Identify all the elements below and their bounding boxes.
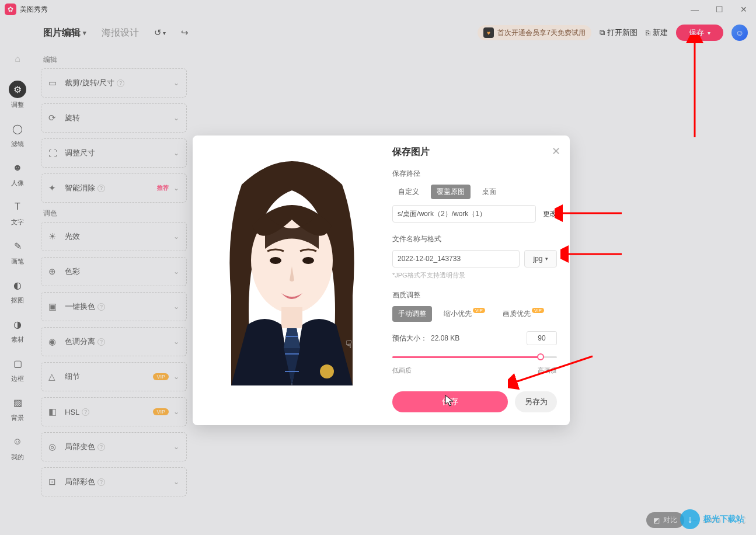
open-new-image-button[interactable]: ⧉打开新图: [600, 27, 637, 38]
rail-background[interactable]: ▨背景: [9, 394, 26, 422]
user-icon: ☺: [9, 433, 26, 450]
compare-button[interactable]: ◩对比: [646, 512, 684, 528]
localcolor-icon: ⊡: [48, 477, 59, 487]
user-avatar[interactable]: ☺: [731, 25, 748, 41]
quality-tab-hq[interactable]: 画质优先VIP: [497, 306, 550, 322]
rail-label: 边框: [11, 374, 24, 383]
rail-label: 画笔: [11, 257, 24, 266]
svg-point-3: [302, 257, 314, 264]
row-rotate[interactable]: ⟳旋转⌄: [41, 103, 187, 133]
tab-poster-design[interactable]: 海报设计: [102, 27, 139, 39]
new-badge: 推荐: [157, 184, 169, 192]
high-quality-label: 高画质: [538, 366, 557, 375]
rail-adjust[interactable]: ⚙调整: [9, 81, 26, 109]
magic-icon: ✦: [48, 183, 59, 193]
portrait-icon: ☻: [9, 159, 26, 176]
row-crop[interactable]: ▭裁剪/旋转/尺寸?⌄: [41, 68, 187, 98]
new-file-button[interactable]: ⎘新建: [646, 27, 668, 38]
rail-frame[interactable]: ▢边框: [9, 355, 26, 383]
rail-label: 调整: [11, 100, 24, 109]
chevron-down-icon: ⌄: [173, 79, 179, 87]
compare-icon: ◩: [653, 516, 660, 524]
splittone-icon: ◉: [48, 336, 59, 347]
row-splittone[interactable]: ◉色调分离?⌄: [41, 327, 187, 356]
minimize-button[interactable]: —: [682, 0, 707, 19]
rail-label: 素材: [11, 335, 24, 344]
rail-mine[interactable]: ☺我的: [9, 433, 26, 461]
rail-label: 抠图: [11, 296, 24, 305]
svg-point-2: [270, 257, 281, 264]
row-resize[interactable]: ⛶调整尺寸⌄: [41, 138, 187, 168]
adjust-icon: ⚙: [9, 81, 26, 98]
modal-close-button[interactable]: ✕: [552, 145, 560, 158]
save-path-label: 保存路径: [392, 169, 557, 179]
row-local-color[interactable]: ⊡局部彩色?⌄: [41, 467, 187, 496]
format-hint: *JPG格式不支持透明背景: [392, 271, 557, 280]
text-icon: T: [9, 198, 26, 216]
chevron-down-icon: ▾: [708, 30, 710, 36]
maximize-button[interactable]: ☐: [707, 0, 731, 19]
background-icon: ▨: [9, 394, 26, 411]
quality-value-input[interactable]: [527, 331, 557, 345]
save-button[interactable]: 保存▾: [676, 25, 723, 41]
save-path-input[interactable]: s/桌面/work（2）/work（1）: [392, 205, 536, 223]
close-button[interactable]: ✕: [731, 0, 756, 19]
row-smart-remove[interactable]: ✦智能消除?推荐⌄: [41, 173, 187, 203]
chevron-down-icon: ▾: [83, 29, 86, 37]
rail-brush[interactable]: ✎画笔: [9, 237, 26, 266]
watermark: ↓ 极光下载站: [680, 509, 744, 529]
path-tab-custom[interactable]: 自定义: [392, 185, 425, 199]
rail-material[interactable]: ◑素材: [9, 315, 26, 344]
modal-saveas-button[interactable]: 另存为: [515, 391, 557, 412]
row-color[interactable]: ⊕色彩⌄: [41, 257, 187, 286]
watermark-text: 极光下载站: [703, 514, 744, 524]
tab-image-edit[interactable]: 图片编辑▾: [43, 27, 86, 39]
toolbar: 图片编辑▾ 海报设计 ↺▾ ↪ ♥ 首次开通会员享7天免费试用 ⧉打开新图 ⎘新…: [0, 19, 756, 47]
rail-filter[interactable]: ◯滤镜: [9, 120, 26, 148]
quality-tab-manual[interactable]: 手动调整: [392, 306, 432, 322]
row-recolor[interactable]: ▣一键换色?⌄: [41, 292, 187, 321]
filter-icon: ◯: [9, 120, 26, 137]
side-rail: ⌂ ⚙调整 ◯滤镜 ☻人像 T文字 ✎画笔 ◐抠图 ◑素材 ▢边框 ▨背景 ☺我…: [0, 47, 35, 535]
quality-slider[interactable]: [392, 351, 557, 363]
home-icon[interactable]: ⌂: [9, 50, 26, 68]
section-color-label: 调色: [43, 209, 187, 218]
vip-promo-text: 首次开通会员享7天免费试用: [497, 28, 586, 38]
undo-button[interactable]: ↺▾: [154, 27, 166, 38]
cutout-icon: ◐: [9, 276, 26, 294]
svg-rect-4: [281, 307, 302, 328]
material-icon: ◑: [9, 315, 26, 333]
modal-title: 保存图片: [392, 146, 557, 158]
rail-portrait[interactable]: ☻人像: [9, 159, 26, 187]
redo-button[interactable]: ↪: [181, 27, 189, 38]
filename-input[interactable]: [392, 250, 520, 268]
new-file-icon: ⎘: [646, 29, 650, 37]
row-light[interactable]: ☀光效⌄: [41, 222, 187, 251]
quality-label: 画质调整: [392, 290, 557, 300]
quality-tab-shrink[interactable]: 缩小优先VIP: [438, 306, 491, 322]
vip-promo-pill[interactable]: ♥ 首次开通会员享7天免费试用: [478, 25, 591, 40]
row-detail[interactable]: △细节VIP⌄: [41, 362, 187, 391]
est-size-label: 预估大小：: [392, 333, 427, 343]
rail-cutout[interactable]: ◐抠图: [9, 276, 26, 305]
modal-save-button[interactable]: 保存: [392, 391, 508, 412]
format-select[interactable]: jpg▾: [524, 250, 557, 268]
frame-icon: ▢: [9, 355, 26, 372]
recolor-icon: ▣: [48, 301, 59, 312]
change-path-button[interactable]: 更改: [543, 209, 557, 219]
resize-icon: ⛶: [48, 148, 59, 158]
row-hsl[interactable]: ◧HSL?VIP⌄: [41, 397, 187, 426]
svg-text:☟: ☟: [346, 339, 352, 350]
crop-icon: ▭: [48, 78, 59, 88]
row-local-recolor[interactable]: ◎局部变色?⌄: [41, 432, 187, 461]
rail-label: 文字: [11, 218, 24, 227]
rail-label: 人像: [11, 179, 24, 187]
vip-badge: VIP: [153, 373, 169, 380]
path-tab-overwrite[interactable]: 覆盖原图: [431, 185, 471, 199]
vip-heart-icon: ♥: [483, 27, 494, 38]
path-tab-desktop[interactable]: 桌面: [476, 185, 502, 199]
rotate-icon: ⟳: [48, 113, 59, 123]
low-quality-label: 低画质: [392, 366, 412, 375]
rail-text[interactable]: T文字: [9, 198, 26, 227]
info-icon: ?: [117, 79, 124, 87]
